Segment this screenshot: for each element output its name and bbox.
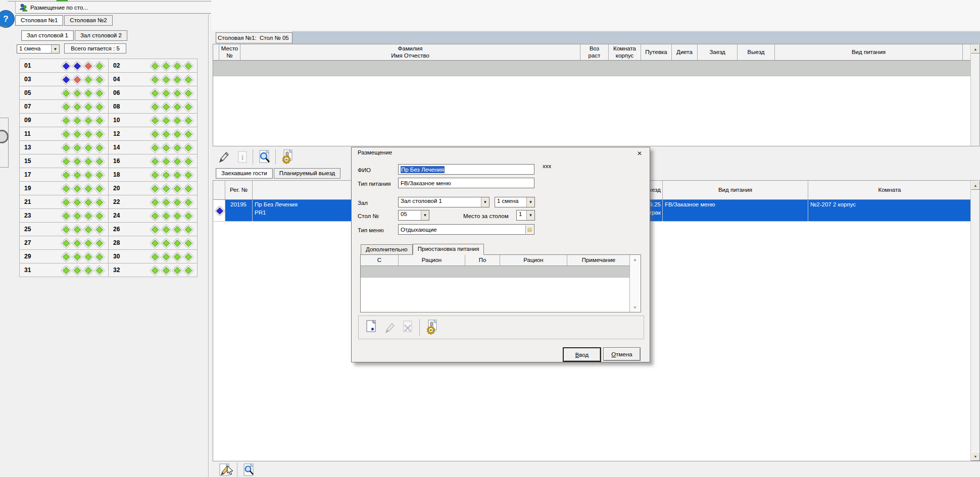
seat-tag-green[interactable] bbox=[94, 238, 105, 248]
seat-tag-green[interactable] bbox=[183, 88, 193, 98]
table-cell-05[interactable]: 05 bbox=[20, 86, 109, 100]
guest-room-cell[interactable]: №2-207 2 корпус bbox=[808, 200, 971, 221]
table-cell-29[interactable]: 29 bbox=[20, 250, 109, 263]
seat-tag-green[interactable] bbox=[94, 115, 105, 126]
seat-tag-green[interactable] bbox=[172, 61, 182, 71]
table-cell-16[interactable]: 16 bbox=[109, 154, 198, 168]
seat-tag-green[interactable] bbox=[161, 265, 171, 276]
seat-tag-green[interactable] bbox=[183, 238, 193, 248]
table-cell-32[interactable]: 32 bbox=[109, 263, 198, 277]
top-table-scrollbar[interactable]: ▲ bbox=[970, 44, 979, 146]
seat-tag-green[interactable] bbox=[61, 210, 71, 221]
empty-row[interactable] bbox=[213, 61, 971, 76]
table-number-select[interactable]: 05 ▼ bbox=[398, 210, 429, 221]
seat-tag-green[interactable] bbox=[150, 183, 160, 194]
add-record-button[interactable] bbox=[364, 319, 379, 336]
seat-tag-green[interactable] bbox=[94, 224, 105, 235]
seat-tag-green[interactable] bbox=[183, 156, 193, 167]
ok-button[interactable]: Ввод bbox=[563, 347, 601, 362]
info-button-disabled[interactable]: i bbox=[236, 149, 249, 165]
seat-tag-green[interactable] bbox=[83, 183, 93, 194]
seat-tag-green[interactable] bbox=[172, 74, 182, 85]
seat-tag-green[interactable] bbox=[161, 210, 171, 221]
table-cell-20[interactable]: 20 bbox=[109, 182, 198, 195]
chevron-down-icon[interactable]: ▼ bbox=[526, 210, 534, 220]
seat-tag-green[interactable] bbox=[72, 129, 82, 139]
seat-tag-green[interactable] bbox=[172, 224, 182, 235]
search-button[interactable] bbox=[257, 149, 272, 166]
seat-tag-green[interactable] bbox=[150, 129, 160, 139]
seat-tag-green[interactable] bbox=[183, 142, 193, 153]
table-cell-26[interactable]: 26 bbox=[109, 223, 198, 236]
seat-tag-green[interactable] bbox=[61, 251, 71, 262]
seat-tag-green[interactable] bbox=[94, 197, 105, 207]
seat-tag-blue[interactable] bbox=[61, 61, 71, 71]
seat-tag-green[interactable] bbox=[172, 88, 182, 98]
table-cell-02[interactable]: 02 bbox=[109, 59, 198, 73]
table-cell-15[interactable]: 15 bbox=[20, 154, 109, 168]
seat-tag-green[interactable] bbox=[150, 156, 160, 167]
guests-table-scrollbar[interactable]: ▲ ▼ bbox=[970, 181, 979, 461]
seat-tag-green[interactable] bbox=[183, 61, 193, 71]
seat-tag-green[interactable] bbox=[72, 142, 82, 153]
seat-tag-green[interactable] bbox=[94, 61, 105, 71]
seat-tag-green[interactable] bbox=[72, 197, 82, 207]
seat-tag-green[interactable] bbox=[161, 142, 171, 153]
table-cell-17[interactable]: 17 bbox=[20, 168, 109, 182]
table-cell-19[interactable]: 19 bbox=[20, 182, 109, 195]
seat-tag-green[interactable] bbox=[161, 224, 171, 235]
seat-tag-green[interactable] bbox=[94, 210, 105, 221]
hall-select[interactable]: Зал столовой 1 ▼ bbox=[398, 197, 489, 207]
seat-tag-green[interactable] bbox=[172, 251, 182, 262]
table-cell-12[interactable]: 12 bbox=[109, 127, 198, 141]
seat-tag-green[interactable] bbox=[150, 238, 160, 248]
seat-tag-green[interactable] bbox=[150, 61, 160, 71]
seat-tag-green[interactable] bbox=[83, 101, 93, 112]
seat-tag-green[interactable] bbox=[172, 183, 182, 194]
seat-tag-green[interactable] bbox=[72, 238, 82, 248]
seat-tag-green[interactable] bbox=[83, 251, 93, 262]
seat-tag-green[interactable] bbox=[161, 183, 171, 194]
seat-tag-green[interactable] bbox=[83, 170, 93, 180]
scroll-up-icon[interactable]: ▲ bbox=[971, 181, 980, 190]
seat-tag-green[interactable] bbox=[150, 210, 160, 221]
process-gear-button[interactable]: ⚙ bbox=[279, 149, 296, 166]
seat-tag-green[interactable] bbox=[61, 142, 71, 153]
seat-tag-green[interactable] bbox=[150, 170, 160, 180]
seat-tag-green[interactable] bbox=[61, 88, 71, 98]
seat-tag-blue[interactable] bbox=[61, 74, 71, 85]
table-cell-08[interactable]: 08 bbox=[109, 100, 198, 114]
seat-tag-green[interactable] bbox=[172, 238, 182, 248]
seat-tag-green[interactable] bbox=[61, 156, 71, 167]
seat-tag-green[interactable] bbox=[61, 115, 71, 126]
seat-tag-green[interactable] bbox=[72, 170, 82, 180]
hall-tab-1[interactable]: Зал столовой 1 bbox=[21, 30, 74, 41]
seat-tag-green[interactable] bbox=[150, 251, 160, 262]
chevron-down-icon[interactable]: ▼ bbox=[481, 197, 489, 207]
seat-tag-green[interactable] bbox=[161, 115, 171, 126]
help-button[interactable]: ? bbox=[0, 10, 15, 28]
table-cell-14[interactable]: 14 bbox=[109, 141, 198, 154]
view-placement-button[interactable] bbox=[241, 462, 256, 477]
table-cell-31[interactable]: 31 bbox=[20, 263, 109, 277]
seat-tag-green[interactable] bbox=[83, 265, 93, 276]
seat-tag-green[interactable] bbox=[61, 238, 71, 248]
seat-tag-green[interactable] bbox=[183, 115, 193, 126]
seat-tag-green[interactable] bbox=[83, 142, 93, 153]
cancel-button[interactable]: Отмена bbox=[603, 347, 641, 361]
shift-select-dialog[interactable]: 1 смена ▼ bbox=[495, 197, 535, 207]
guest-tab-2[interactable]: Планируемый выезд bbox=[274, 168, 340, 179]
table-cell-10[interactable]: 10 bbox=[109, 114, 198, 127]
seat-tag-green[interactable] bbox=[161, 129, 171, 139]
seat-tag-green[interactable] bbox=[161, 238, 171, 248]
pause-empty-row[interactable] bbox=[361, 266, 630, 278]
seat-tag-green[interactable] bbox=[150, 265, 160, 276]
table-cell-21[interactable]: 21 bbox=[20, 195, 109, 209]
guest-reg-cell[interactable]: 20195 bbox=[225, 200, 253, 221]
seat-tag-green[interactable] bbox=[161, 74, 171, 85]
table-cell-23[interactable]: 23 bbox=[20, 209, 109, 223]
close-icon[interactable]: ✕ bbox=[635, 149, 644, 157]
seat-tag-green[interactable] bbox=[172, 170, 182, 180]
seat-tag-green[interactable] bbox=[83, 224, 93, 235]
seat-tag-green[interactable] bbox=[183, 129, 193, 139]
